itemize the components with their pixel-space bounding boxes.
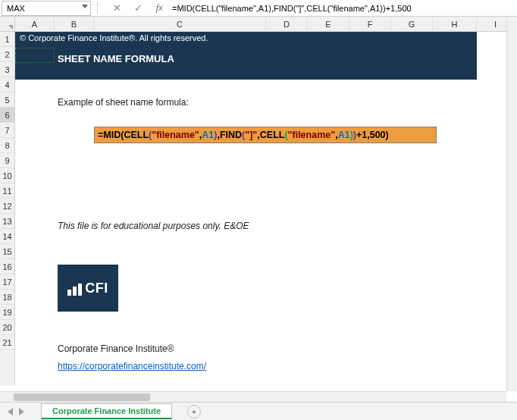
- row-headers: 1 2 3 4 5 6 7 8 9 10 11 12 13 14 15 16 1…: [0, 17, 15, 385]
- row-header[interactable]: 1: [0, 32, 14, 47]
- name-box[interactable]: MAX: [2, 1, 91, 16]
- chevron-down-icon[interactable]: [82, 5, 88, 8]
- row-header[interactable]: 16: [0, 259, 14, 274]
- row-header[interactable]: 10: [0, 168, 14, 183]
- row-header[interactable]: 7: [0, 123, 14, 138]
- page-title: SHEET NAME FORMULA: [58, 53, 174, 64]
- row-header[interactable]: 4: [0, 77, 14, 92]
- row-header[interactable]: 11: [0, 183, 14, 199]
- cancel-icon[interactable]: ✕: [111, 3, 122, 14]
- formula-input[interactable]: =MID(CELL("filename",A1),FIND("]",CELL("…: [168, 1, 517, 16]
- column-header[interactable]: A: [15, 17, 55, 31]
- row-header[interactable]: 6: [0, 108, 14, 123]
- fx-icon[interactable]: fx: [154, 3, 164, 14]
- formula-render: =MID(CELL("filename",A1),FIND("]",CELL("…: [98, 130, 389, 140]
- divider: [97, 2, 98, 14]
- row-header[interactable]: 19: [0, 305, 14, 320]
- company-name: Corporate Finance Institute®: [58, 343, 174, 354]
- row-header[interactable]: 9: [0, 153, 14, 168]
- disclaimer-text: This file is for educational purposes on…: [58, 221, 249, 231]
- tab-nav: [0, 408, 32, 415]
- row-header[interactable]: 2: [0, 47, 14, 62]
- row-header[interactable]: 13: [0, 214, 14, 229]
- column-header[interactable]: G: [391, 17, 433, 31]
- row-header[interactable]: 21: [0, 335, 14, 350]
- sheet-tabs: Corporate Finance Institute +: [0, 402, 517, 420]
- copyright-text: © Corporate Finance Institute®. All righ…: [20, 33, 208, 42]
- column-header[interactable]: E: [308, 17, 349, 31]
- column-header[interactable]: C: [94, 17, 266, 31]
- vertical-scrollbar[interactable]: [506, 17, 517, 391]
- spreadsheet: 1 2 3 4 5 6 7 8 9 10 11 12 13 14 15 16 1…: [0, 17, 517, 385]
- formula-text: =MID(CELL("filename",A1),FIND("]",CELL("…: [172, 4, 412, 13]
- column-header[interactable]: B: [55, 17, 94, 31]
- row-header[interactable]: 15: [0, 244, 14, 259]
- horizontal-scrollbar[interactable]: [0, 391, 506, 402]
- prev-sheet-icon[interactable]: [8, 408, 13, 415]
- row-header[interactable]: 3: [0, 62, 14, 77]
- row-header[interactable]: 18: [0, 290, 14, 305]
- column-header[interactable]: D: [266, 17, 308, 31]
- company-url[interactable]: https://corporatefinanceinstitute.com/: [58, 361, 206, 371]
- column-header[interactable]: H: [433, 17, 477, 31]
- row-header[interactable]: 8: [0, 138, 14, 153]
- row-header[interactable]: 20: [0, 320, 14, 335]
- column-headers: A B C D E F G H I: [15, 17, 517, 32]
- next-sheet-icon[interactable]: [19, 408, 24, 415]
- logo-text: CFI: [85, 281, 108, 296]
- bars-icon: [67, 284, 82, 296]
- name-box-value: MAX: [7, 4, 25, 13]
- column-header[interactable]: F: [349, 17, 391, 31]
- row-header[interactable]: 14: [0, 229, 14, 244]
- select-all-cell[interactable]: [0, 17, 14, 32]
- cfi-logo: CFI: [58, 265, 118, 312]
- formula-bar-row: MAX ✕ ✓ fx =MID(CELL("filename",A1),FIND…: [0, 0, 517, 17]
- row-header[interactable]: 17: [0, 274, 14, 290]
- formula-bar-actions: ✕ ✓ fx: [111, 3, 164, 14]
- add-sheet-button[interactable]: +: [187, 405, 201, 418]
- grid[interactable]: A B C D E F G H I © Corporate Finance In…: [15, 17, 517, 385]
- row-header[interactable]: 5: [0, 92, 14, 108]
- active-cell-editor[interactable]: =MID(CELL("filename",A1),FIND("]",CELL("…: [94, 127, 437, 143]
- example-label: Example of sheet name formula:: [58, 97, 189, 108]
- enter-icon[interactable]: ✓: [133, 3, 143, 14]
- tab-active[interactable]: Corporate Finance Institute: [41, 403, 172, 419]
- row-header[interactable]: 12: [0, 199, 14, 214]
- scrollbar-thumb[interactable]: [14, 393, 150, 401]
